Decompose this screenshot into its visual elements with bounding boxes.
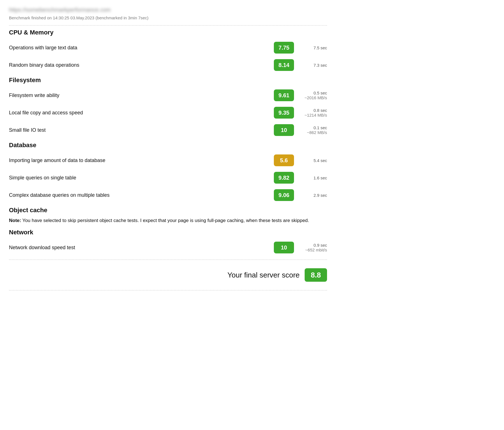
time-line: 0.5 sec bbox=[299, 91, 327, 95]
url-display: https://somebenchmarkperformance.com bbox=[9, 7, 327, 13]
benchmark-row: Filesystem write ability9.610.5 sec~2016… bbox=[9, 87, 327, 104]
benchmark-row-right: 7.757.5 sec bbox=[265, 42, 327, 54]
score-badge: 9.06 bbox=[274, 189, 294, 201]
time-info: 7.3 sec bbox=[299, 63, 327, 68]
score-badge: 7.75 bbox=[274, 42, 294, 54]
top-divider bbox=[9, 25, 327, 26]
benchmark-row-right: 100.9 sec~652 mbit/s bbox=[265, 242, 327, 253]
bottom-divider-2 bbox=[9, 290, 327, 290]
benchmark-row-right: 5.65.4 sec bbox=[265, 154, 327, 166]
score-badge: 5.6 bbox=[274, 154, 294, 166]
score-badge: 9.61 bbox=[274, 89, 294, 101]
time-line: 7.5 sec bbox=[299, 45, 327, 50]
time-line: 1.6 sec bbox=[299, 175, 327, 180]
benchmark-row-label: Network download speed test bbox=[9, 245, 265, 251]
section-note-object-cache: Note: You have selected to skip persiste… bbox=[9, 217, 327, 224]
benchmark-row-label: Simple queries on single table bbox=[9, 175, 265, 181]
benchmark-row: Importing large amount of data to databa… bbox=[9, 152, 327, 169]
time-info: 0.9 sec~652 mbit/s bbox=[299, 243, 327, 252]
benchmark-row-label: Importing large amount of data to databa… bbox=[9, 158, 265, 163]
benchmark-row: Complex database queries on multiple tab… bbox=[9, 186, 327, 204]
benchmark-row-right: 9.062.9 sec bbox=[265, 189, 327, 201]
section-title-filesystem: Filesystem bbox=[9, 77, 327, 84]
time-line: 0.8 sec bbox=[299, 108, 327, 113]
benchmark-row: Random binary data operations8.147.3 sec bbox=[9, 56, 327, 74]
time-line: 0.9 sec bbox=[299, 243, 327, 248]
benchmark-row-label: Operations with large text data bbox=[9, 45, 265, 51]
benchmark-row-right: 9.610.5 sec~2016 MB/s bbox=[265, 89, 327, 101]
section-title-object-cache: Object cache bbox=[9, 207, 327, 214]
bottom-divider-1 bbox=[9, 260, 327, 260]
benchmark-row-label: Local file copy and access speed bbox=[9, 110, 265, 116]
time-info: 0.5 sec~2016 MB/s bbox=[299, 91, 327, 100]
benchmark-row-right: 9.821.6 sec bbox=[265, 172, 327, 184]
benchmark-row-right: 9.350.8 sec~1214 MB/s bbox=[265, 107, 327, 119]
final-score-badge: 8.8 bbox=[305, 268, 327, 282]
speed-line: ~862 MB/s bbox=[299, 130, 327, 135]
time-info: 7.5 sec bbox=[299, 45, 327, 50]
time-line: 0.1 sec bbox=[299, 125, 327, 130]
time-info: 5.4 sec bbox=[299, 158, 327, 163]
speed-line: ~652 mbit/s bbox=[299, 248, 327, 252]
benchmark-row-label: Small file IO test bbox=[9, 127, 265, 133]
benchmark-row-label: Complex database queries on multiple tab… bbox=[9, 192, 265, 198]
final-score-row: Your final server score 8.8 bbox=[9, 263, 327, 287]
benchmark-row-label: Filesystem write ability bbox=[9, 93, 265, 98]
section-title-database: Database bbox=[9, 142, 327, 149]
benchmark-row: Network download speed test100.9 sec~652… bbox=[9, 239, 327, 256]
speed-line: ~1214 MB/s bbox=[299, 113, 327, 117]
score-badge: 8.14 bbox=[274, 59, 294, 71]
final-score-label: Your final server score bbox=[227, 271, 300, 279]
section-title-network: Network bbox=[9, 229, 327, 236]
time-info: 1.6 sec bbox=[299, 175, 327, 180]
score-badge: 10 bbox=[274, 124, 294, 136]
benchmark-row: Operations with large text data7.757.5 s… bbox=[9, 39, 327, 56]
time-info: 0.1 sec~862 MB/s bbox=[299, 125, 327, 135]
benchmark-row-label: Random binary data operations bbox=[9, 62, 265, 68]
time-info: 2.9 sec bbox=[299, 193, 327, 198]
benchmark-row: Local file copy and access speed9.350.8 … bbox=[9, 104, 327, 121]
time-line: 7.3 sec bbox=[299, 63, 327, 68]
score-badge: 9.82 bbox=[274, 172, 294, 184]
time-line: 2.9 sec bbox=[299, 193, 327, 198]
score-badge: 9.35 bbox=[274, 107, 294, 119]
benchmark-subtitle: Benchmark finished on 14:30:25 03.May.20… bbox=[9, 15, 327, 20]
benchmark-row: Simple queries on single table9.821.6 se… bbox=[9, 169, 327, 186]
benchmark-row-right: 8.147.3 sec bbox=[265, 59, 327, 71]
time-line: 5.4 sec bbox=[299, 158, 327, 163]
time-info: 0.8 sec~1214 MB/s bbox=[299, 108, 327, 117]
benchmark-row-right: 100.1 sec~862 MB/s bbox=[265, 124, 327, 136]
speed-line: ~2016 MB/s bbox=[299, 95, 327, 100]
score-badge: 10 bbox=[274, 242, 294, 253]
section-title-cpu-memory: CPU & Memory bbox=[9, 29, 327, 36]
benchmark-row: Small file IO test100.1 sec~862 MB/s bbox=[9, 121, 327, 139]
